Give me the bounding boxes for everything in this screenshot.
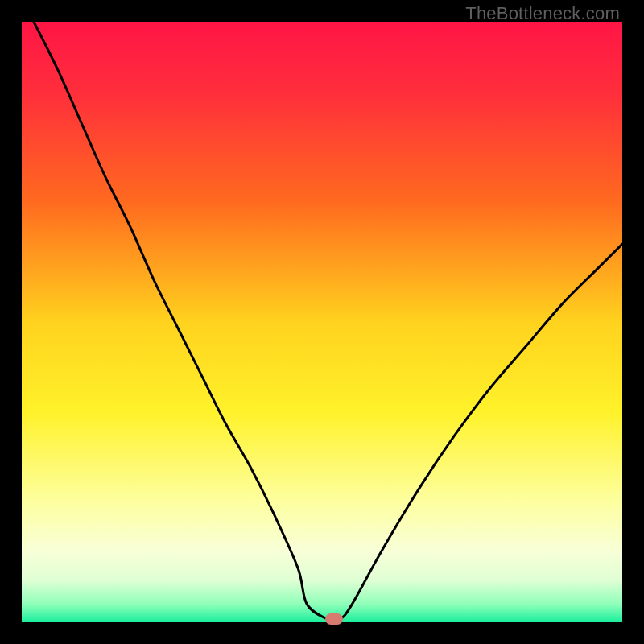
optimal-point-marker <box>325 613 343 625</box>
chart-frame: TheBottleneck.com <box>0 0 644 644</box>
gradient-background <box>22 22 622 622</box>
bottleneck-chart <box>22 22 622 622</box>
